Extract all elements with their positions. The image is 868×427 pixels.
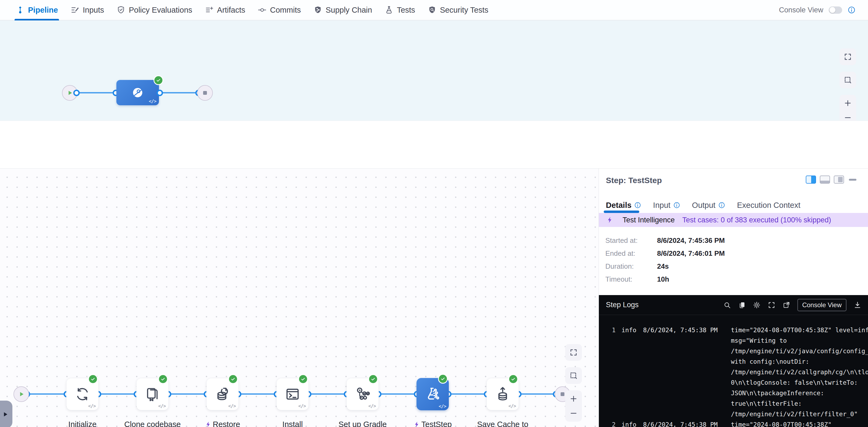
tab-label: Supply Chain bbox=[326, 6, 372, 14]
field-value: 8/6/2024, 7:46:01 PM bbox=[657, 249, 725, 258]
layout-bottom-icon[interactable] bbox=[820, 175, 830, 184]
refresh-icon bbox=[74, 386, 90, 402]
step-logs-panel: Step Logs Console View 1 info 8/6/2024, … bbox=[599, 295, 868, 427]
log-line-number: 2 bbox=[608, 420, 616, 427]
step-label-line: Install bbox=[282, 420, 303, 427]
logs-body: 1 info 8/6/2024, 7:45:38 PM time="2024-0… bbox=[599, 315, 868, 427]
step-details-panel: Step: TestStep Details Input Output Exec… bbox=[598, 168, 868, 427]
step-node-clone-codebase[interactable]: </> bbox=[136, 378, 168, 410]
tab-supply-chain[interactable]: Supply Chain bbox=[313, 0, 372, 20]
canvas-zoom-controls bbox=[565, 390, 582, 422]
canvas-expand-button[interactable] bbox=[565, 344, 582, 361]
canvas-marquee-button[interactable] bbox=[565, 367, 582, 384]
copy-icon[interactable] bbox=[738, 301, 746, 309]
field-label: Started at: bbox=[605, 236, 657, 245]
tab-inputs[interactable]: Inputs bbox=[70, 0, 104, 20]
field-value: 24s bbox=[657, 262, 669, 270]
step-node-initialize[interactable]: </> bbox=[66, 378, 99, 410]
inputs-icon bbox=[70, 5, 80, 14]
field-row-ended-at: Ended at: 8/6/2024, 7:46:01 PM bbox=[605, 249, 725, 258]
code-icon: </> bbox=[298, 403, 306, 409]
bolt-icon bbox=[607, 217, 613, 224]
search-icon[interactable] bbox=[723, 301, 731, 309]
zoom-in-icon[interactable] bbox=[844, 99, 852, 107]
tab-label: Commits bbox=[270, 6, 301, 14]
success-badge bbox=[89, 375, 97, 383]
step-node-install-dependencies[interactable]: </> bbox=[276, 378, 309, 410]
supply-chain-icon bbox=[313, 5, 322, 14]
step-label: RestoreCache From... bbox=[187, 420, 257, 427]
harness-pipeline-execution-page: Pipeline Inputs Policy Evaluations Artif… bbox=[0, 0, 868, 427]
info-icon[interactable] bbox=[847, 6, 856, 14]
field-row-duration: Duration: 24s bbox=[605, 262, 725, 270]
tab-commits[interactable]: Commits bbox=[257, 0, 301, 20]
panel-tab-execution-context[interactable]: Execution Context bbox=[737, 201, 800, 210]
active-tab-underline bbox=[604, 210, 639, 213]
console-view-button[interactable]: Console View bbox=[798, 299, 846, 311]
zoom-in-icon[interactable] bbox=[569, 395, 578, 403]
marquee-icon bbox=[844, 76, 852, 84]
chevron-right-icon bbox=[2, 411, 9, 418]
code-icon: </> bbox=[88, 403, 96, 409]
step-node-restore-cache-from[interactable]: </> bbox=[206, 378, 239, 410]
security-tests-icon bbox=[428, 5, 437, 14]
canvas-marquee-button[interactable] bbox=[839, 72, 856, 88]
tab-label: Security Tests bbox=[440, 6, 488, 14]
field-label: Duration: bbox=[605, 262, 657, 270]
canvas-expand-button[interactable] bbox=[839, 48, 856, 65]
external-link-icon[interactable] bbox=[783, 301, 790, 309]
expand-icon bbox=[844, 53, 852, 61]
download-icon[interactable] bbox=[854, 301, 861, 309]
layout-fill bbox=[811, 176, 815, 183]
step-node-set-up-gradle[interactable]: </> bbox=[346, 378, 379, 410]
code-icon: </> bbox=[368, 403, 376, 409]
expand-left-panel-handle[interactable] bbox=[0, 401, 12, 427]
log-message: time="2024-08-07T00:45:38Z" level=info m… bbox=[731, 325, 868, 420]
gear-icon[interactable] bbox=[753, 301, 761, 309]
field-label: Timeout: bbox=[605, 275, 657, 284]
log-message: time="2024-08-07T00:45:38Z" bbox=[731, 420, 868, 427]
layout-split-right-icon[interactable] bbox=[806, 175, 816, 184]
panel-tab-output[interactable]: Output bbox=[692, 201, 725, 210]
panel-tab-input[interactable]: Input bbox=[653, 201, 680, 210]
check-icon bbox=[230, 376, 236, 382]
db-save-icon bbox=[495, 386, 510, 402]
panel-tab-label: Input bbox=[653, 201, 671, 210]
tab-tests[interactable]: Tests bbox=[384, 0, 415, 20]
console-view-toggle[interactable] bbox=[829, 6, 842, 14]
success-badge bbox=[229, 375, 237, 383]
tab-artifacts[interactable]: Artifacts bbox=[205, 0, 245, 20]
step-node-save-cache-to-harness[interactable]: </> bbox=[487, 378, 519, 410]
step-logs-header: Step Logs Console View bbox=[599, 295, 868, 315]
logs-toolbar: Console View bbox=[723, 299, 861, 311]
field-label: Ended at: bbox=[605, 249, 657, 258]
field-value: 8/6/2024, 7:45:36 PM bbox=[657, 236, 725, 245]
stage-execution-canvas: </> Initialize </> Clone codebase </> Re… bbox=[0, 168, 598, 427]
pipeline-icon bbox=[16, 5, 25, 14]
bottom-split: </> Initialize </> Clone codebase </> Re… bbox=[0, 168, 868, 427]
zoom-out-icon[interactable] bbox=[569, 409, 578, 417]
artifacts-icon bbox=[205, 5, 214, 14]
test-cases-summary[interactable]: Test cases: 0 of 383 executed (100% skip… bbox=[682, 216, 831, 224]
tab-security-tests[interactable]: Security Tests bbox=[428, 0, 488, 20]
check-icon bbox=[91, 376, 95, 382]
stop-icon bbox=[202, 89, 209, 96]
panel-tab-details[interactable]: Details bbox=[606, 201, 641, 210]
stage-node-build[interactable]: </> bbox=[116, 80, 159, 105]
fullscreen-icon[interactable] bbox=[768, 301, 775, 309]
minimize-dash-icon[interactable] bbox=[849, 179, 857, 180]
tab-pipeline[interactable]: Pipeline bbox=[16, 0, 58, 20]
db-restore-icon bbox=[215, 386, 230, 402]
step-node-teststep[interactable]: </> bbox=[416, 378, 449, 410]
layout-right-icon[interactable] bbox=[834, 175, 844, 184]
tab-label: Artifacts bbox=[217, 6, 245, 14]
step-label: Installdependencies bbox=[257, 420, 328, 427]
info-icon bbox=[634, 202, 641, 209]
step-label: Set up Gradle bbox=[328, 420, 398, 427]
log-timestamp: 8/6/2024, 7:45:38 PM bbox=[643, 420, 724, 427]
tab-policy-evaluations[interactable]: Policy Evaluations bbox=[116, 0, 192, 20]
console-view-label: Console View bbox=[779, 6, 823, 14]
code-icon: </> bbox=[149, 99, 156, 104]
bolt-icon bbox=[205, 420, 212, 427]
terminal-icon bbox=[285, 386, 300, 402]
